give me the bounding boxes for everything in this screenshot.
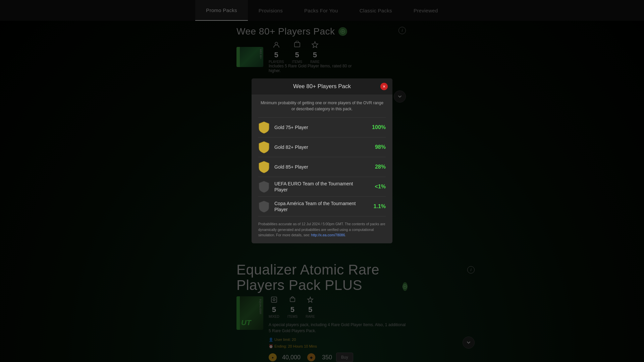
prob-name-0: Gold 75+ Player	[274, 124, 364, 130]
prob-name-2: Gold 85+ Player	[274, 164, 364, 170]
prob-value-3: <1%	[369, 184, 386, 190]
prob-row-3: UEFA EURO Team of the Tournament Player …	[258, 177, 386, 196]
modal-header: Wee 80+ Players Pack ×	[252, 78, 392, 95]
badge-icon-3	[258, 180, 270, 193]
modal-close-button[interactable]: ×	[380, 83, 388, 90]
prob-value-1: 98%	[369, 144, 386, 150]
prob-row-1: Gold 82+ Player 98%	[258, 137, 386, 157]
prob-row-4: Copa América Team of the Tournament Play…	[258, 196, 386, 217]
prob-name-1: Gold 82+ Player	[274, 144, 364, 150]
footer-link[interactable]: http://x.ea.com/78086	[311, 233, 345, 237]
prob-name-4: Copa América Team of the Tournament Play…	[274, 200, 364, 213]
modal-body: Minimum probability of getting one or mo…	[252, 95, 392, 217]
prob-value-4: 1.1%	[369, 203, 386, 209]
modal-title: Wee 80+ Players Pack	[293, 83, 351, 89]
modal-overlay[interactable]: Wee 80+ Players Pack × Minimum probabili…	[0, 0, 644, 362]
modal-description: Minimum probability of getting one or mo…	[258, 100, 386, 112]
badge-icon-0	[258, 121, 270, 134]
prob-value-2: 28%	[369, 164, 386, 170]
prob-row-0: Gold 75+ Player 100%	[258, 117, 386, 137]
badge-icon-4	[258, 200, 270, 213]
probability-modal: Wee 80+ Players Pack × Minimum probabili…	[252, 78, 392, 243]
badge-icon-1	[258, 141, 270, 154]
prob-name-3: UEFA EURO Team of the Tournament Player	[274, 181, 364, 193]
badge-icon-2	[258, 161, 270, 173]
modal-footer: Probabilities accurate as of 12 Jul 2024…	[252, 217, 392, 243]
prob-row-2: Gold 85+ Player 28%	[258, 157, 386, 177]
prob-value-0: 100%	[369, 124, 386, 130]
